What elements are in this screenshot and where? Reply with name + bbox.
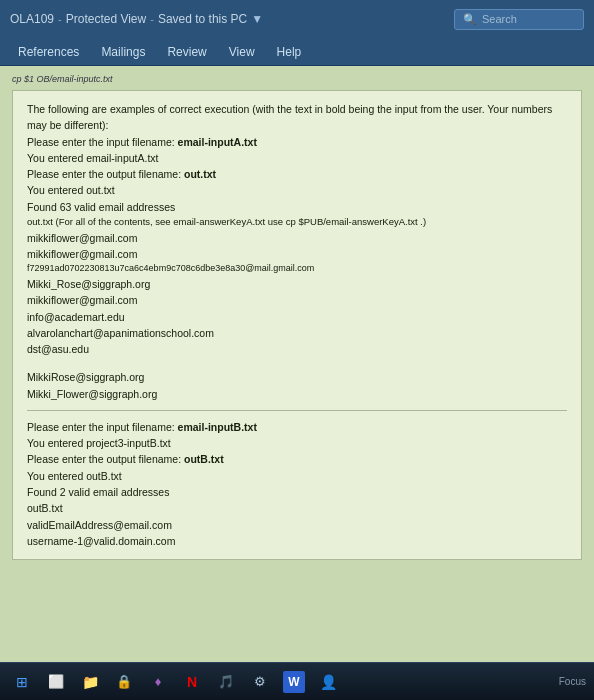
settings-button[interactable]: ⚙: [246, 668, 274, 696]
sb-0: Please enter the input filename: email-i…: [27, 419, 567, 435]
menu-help[interactable]: Help: [267, 42, 312, 62]
top-small-text: cp $1 OB/email-inputc.txt: [12, 74, 582, 84]
line-9: Mikki_Rose@siggraph.org: [27, 276, 567, 292]
menu-view[interactable]: View: [219, 42, 265, 62]
view-mode: Protected View: [66, 12, 147, 26]
line-11: info@academart.edu: [27, 309, 567, 325]
file-explorer-button[interactable]: 📁: [76, 668, 104, 696]
windows-icon: ⊞: [16, 674, 28, 690]
task-view-icon: ⬜: [48, 674, 64, 689]
search-placeholder: Search: [482, 13, 517, 25]
line-12: alvarolanchart@apanimationschool.com: [27, 325, 567, 341]
sb-1: You entered project3-inputB.txt: [27, 435, 567, 451]
diamond-button[interactable]: ♦: [144, 668, 172, 696]
intro-line: The following are examples of correct ex…: [27, 101, 567, 134]
line-0: Please enter the input filename: email-i…: [27, 134, 567, 150]
title-bar: OLA109 - Protected View - Saved to this …: [0, 0, 594, 38]
word-icon: W: [283, 671, 305, 693]
user-icon: 👤: [320, 674, 337, 690]
line-5: out.txt (For all of the contents, see em…: [27, 215, 567, 230]
line-4: Found 63 valid email addresses: [27, 199, 567, 215]
document-content: The following are examples of correct ex…: [12, 90, 582, 560]
sb-7: username-1@valid.domain.com: [27, 533, 567, 549]
start-button[interactable]: ⊞: [8, 668, 36, 696]
document-area: cp $1 OB/email-inputc.txt The following …: [0, 66, 594, 662]
menu-references[interactable]: References: [8, 42, 89, 62]
netflix-icon: N: [187, 674, 197, 690]
line2-0: MikkiRose@siggraph.org: [27, 369, 567, 385]
task-view-button[interactable]: ⬜: [42, 668, 70, 696]
line-3: You entered out.txt: [27, 182, 567, 198]
sb-2: Please enter the output filename: outB.t…: [27, 451, 567, 467]
line-2-text: Please enter the output filename:: [27, 168, 184, 180]
line-6: mikkiflower@gmail.com: [27, 230, 567, 246]
save-dropdown[interactable]: ▼: [251, 12, 263, 26]
search-box[interactable]: 🔍 Search: [454, 9, 584, 30]
line-13: dst@asu.edu: [27, 341, 567, 357]
line-10: mikkiflower@gmail.com: [27, 292, 567, 308]
user-button[interactable]: 👤: [314, 668, 342, 696]
line-0-bold: email-inputA.txt: [178, 136, 257, 148]
app-name: OLA109: [10, 12, 54, 26]
menu-mailings[interactable]: Mailings: [91, 42, 155, 62]
sb-3: You entered outB.txt: [27, 468, 567, 484]
title-text: OLA109 - Protected View - Saved to this …: [10, 12, 263, 26]
line-8: f72991ad0702230813u7ca6c4ebm9c708c6dbe3e…: [27, 262, 567, 276]
word-button[interactable]: W: [280, 668, 308, 696]
line-2: Please enter the output filename: out.tx…: [27, 166, 567, 182]
sb-4: Found 2 valid email addresses: [27, 484, 567, 500]
settings-icon: ⚙: [254, 674, 266, 689]
line2-1: Mikki_Flower@siggraph.org: [27, 386, 567, 402]
line-1: You entered email-inputA.txt: [27, 150, 567, 166]
line-0-text: Please enter the input filename:: [27, 136, 178, 148]
menu-bar: References Mailings Review View Help: [0, 38, 594, 66]
search-icon: 🔍: [463, 13, 477, 26]
diamond-icon: ♦: [155, 674, 162, 689]
line-7: mikkiflower@gmail.com: [27, 246, 567, 262]
sb-5: outB.txt: [27, 500, 567, 516]
sb-6: validEmailAddress@email.com: [27, 517, 567, 533]
netflix-button[interactable]: N: [178, 668, 206, 696]
sep2: -: [150, 13, 154, 25]
folder-icon: 📁: [82, 674, 99, 690]
sep1: -: [58, 13, 62, 25]
lock-icon: 🔒: [116, 674, 132, 689]
music-icon: 🎵: [218, 674, 234, 689]
section-b: Please enter the input filename: email-i…: [27, 410, 567, 549]
menu-review[interactable]: Review: [157, 42, 216, 62]
focus-text: Focus: [559, 676, 586, 687]
lock-button[interactable]: 🔒: [110, 668, 138, 696]
line-2-bold: out.txt: [184, 168, 216, 180]
taskbar: ⊞ ⬜ 📁 🔒 ♦ N 🎵 ⚙ W 👤 Focus: [0, 662, 594, 700]
gap1: [27, 357, 567, 369]
save-status: Saved to this PC: [158, 12, 247, 26]
music-button[interactable]: 🎵: [212, 668, 240, 696]
